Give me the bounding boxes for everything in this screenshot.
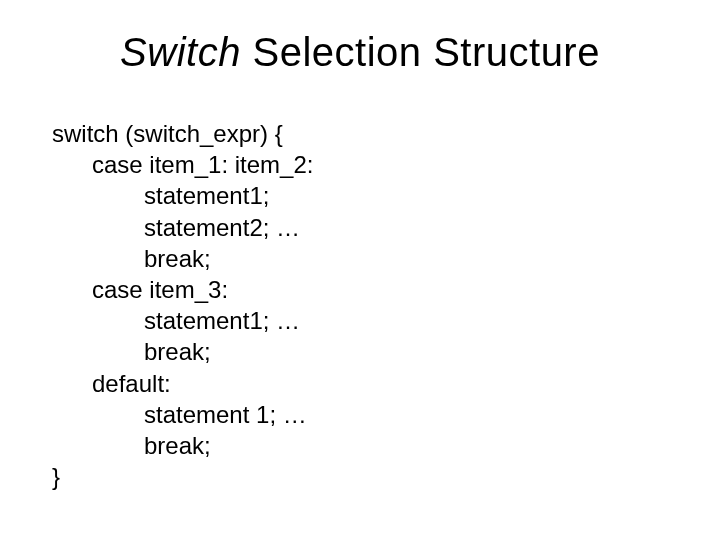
code-line: case item_3: [52, 274, 313, 305]
code-line: statement1; … [52, 305, 313, 336]
code-block: switch (switch_expr) { case item_1: item… [52, 118, 313, 492]
code-line: break; [52, 430, 313, 461]
code-line: case item_1: item_2: [52, 149, 313, 180]
code-line: switch (switch_expr) { [52, 118, 313, 149]
code-line: statement 1; … [52, 399, 313, 430]
title-italic-word: Switch [120, 30, 241, 74]
title-rest: Selection Structure [241, 30, 600, 74]
code-line: } [52, 461, 313, 492]
code-line: default: [52, 368, 313, 399]
code-line: break; [52, 336, 313, 367]
slide: Switch Selection Structure switch (switc… [0, 0, 720, 540]
slide-title: Switch Selection Structure [0, 30, 720, 75]
code-line: statement1; [52, 180, 313, 211]
code-line: break; [52, 243, 313, 274]
code-line: statement2; … [52, 212, 313, 243]
